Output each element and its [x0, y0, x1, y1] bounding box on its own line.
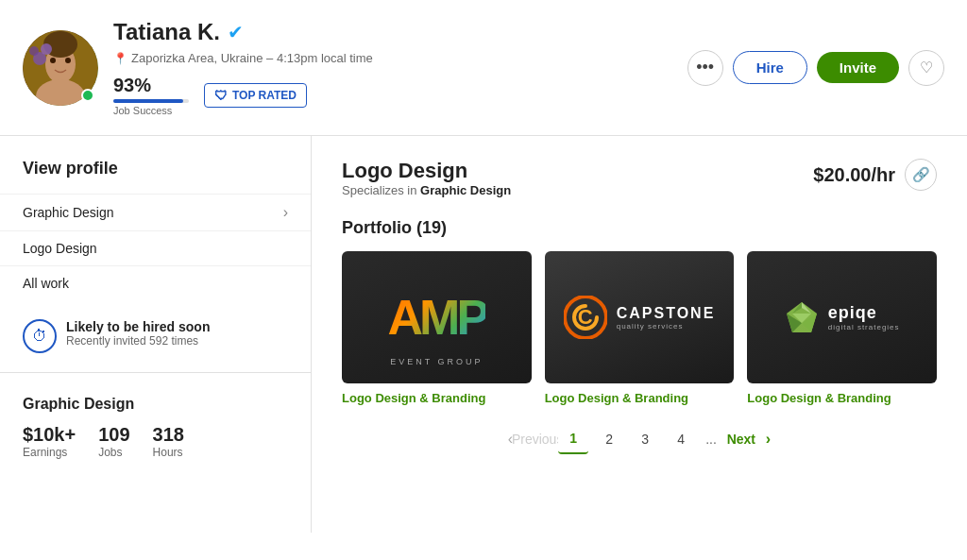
capstone-circle: C — [564, 296, 607, 339]
capstone-text: CAPSTONE quality services — [617, 305, 716, 331]
sidebar-item-logo-design[interactable]: Logo Design — [0, 230, 311, 265]
earnings-value: $10k+ — [23, 424, 76, 446]
pagination: ‹ Previous 1 2 3 4 ... Next › — [342, 424, 937, 454]
share-link-button[interactable]: 🔗 — [905, 159, 937, 191]
verified-icon: ✔ — [228, 21, 244, 43]
hourly-rate: $20.00/hr — [813, 164, 895, 186]
capstone-c-letter: C — [578, 305, 593, 330]
jobs-label: Jobs — [98, 446, 129, 459]
profile-info: Tatiana K. ✔ 📍 Zaporizka Area, Ukraine –… — [113, 19, 672, 116]
sidebar-item-label: Graphic Design — [23, 205, 114, 220]
success-label: Job Success — [113, 105, 189, 116]
svg-point-3 — [50, 58, 56, 63]
svg-point-7 — [29, 46, 39, 56]
favorite-button[interactable]: ♡ — [908, 50, 944, 86]
sidebar-item-label: Logo Design — [23, 241, 97, 256]
stat-earnings: $10k+ Earnings — [23, 424, 76, 459]
invite-button[interactable]: Invite — [817, 52, 899, 83]
sidebar-title: View profile — [0, 159, 311, 194]
jobs-value: 109 — [98, 424, 129, 446]
epiqe-text: epiqe digital strategies — [828, 303, 900, 331]
success-percentage: 93% — [113, 75, 189, 96]
portfolio-thumb-2: C CAPSTONE quality services — [545, 251, 735, 383]
progress-fill — [113, 99, 183, 103]
logo-capstone: C CAPSTONE quality services — [545, 251, 735, 383]
portfolio-item-1[interactable]: AMP EVENT GROUP Logo Design & Branding — [342, 251, 532, 405]
hours-label: Hours — [153, 446, 184, 459]
sidebar-stats: $10k+ Earnings 109 Jobs 318 Hours — [0, 420, 311, 463]
portfolio-item-label-1: Logo Design & Branding — [342, 391, 532, 405]
portfolio-item-3[interactable]: epiqe digital strategies Logo Design & B… — [747, 251, 937, 405]
portfolio-item-label-3: Logo Design & Branding — [747, 391, 937, 405]
specializes-row: Specializes in Graphic Design — [342, 183, 511, 197]
sidebar-item-all-work[interactable]: All work — [0, 265, 311, 300]
sidebar: View profile Graphic Design › Logo Desig… — [0, 136, 312, 533]
sidebar-item-label: All work — [23, 276, 69, 291]
profile-header: Tatiana K. ✔ 📍 Zaporizka Area, Ukraine –… — [0, 0, 967, 136]
sidebar-category: Graphic Design — [0, 381, 311, 420]
hire-soon-text: Likely to be hired soon Recently invited… — [66, 319, 210, 348]
logo-epiqe: epiqe digital strategies — [747, 251, 937, 383]
more-button[interactable]: ••• — [687, 50, 723, 86]
amp-sub: EVENT GROUP — [390, 357, 483, 366]
content-header: Logo Design Specializes in Graphic Desig… — [342, 159, 937, 212]
rate-row: $20.00/hr 🔗 — [813, 159, 937, 191]
hire-soon-icon: ⏱ — [23, 319, 57, 353]
capstone-sub: quality services — [617, 322, 716, 331]
top-rated-badge: 🛡 TOP RATED — [204, 83, 307, 108]
logo-amp: AMP EVENT GROUP — [342, 251, 532, 383]
stat-hours: 318 Hours — [153, 424, 184, 459]
earnings-label: Earnings — [23, 446, 76, 459]
name-row: Tatiana K. ✔ — [113, 19, 672, 45]
page-2-button[interactable]: 2 — [594, 424, 624, 454]
stats-row: 93% Job Success 🛡 TOP RATED — [113, 75, 672, 116]
amp-letters: AMP — [388, 289, 486, 346]
hours-value: 318 — [153, 424, 184, 446]
prev-label: Previous — [522, 424, 552, 454]
profile-name: Tatiana K. — [113, 19, 220, 45]
hire-button[interactable]: Hire — [733, 51, 807, 84]
next-page-button[interactable]: › — [762, 427, 774, 451]
svg-point-8 — [41, 43, 52, 55]
top-rated-label: TOP RATED — [232, 89, 297, 102]
page-3-button[interactable]: 3 — [630, 424, 660, 454]
location-text: Zaporizka Area, Ukraine – 4:13pm local t… — [131, 51, 373, 65]
next-label: Next — [726, 424, 756, 454]
epiqe-sub: digital strategies — [828, 323, 900, 331]
main-layout: View profile Graphic Design › Logo Desig… — [0, 136, 967, 533]
capstone-name: CAPSTONE — [617, 305, 716, 322]
portfolio-thumb-3: epiqe digital strategies — [747, 251, 937, 383]
service-title: Logo Design — [342, 159, 511, 183]
avatar-wrap — [23, 30, 98, 106]
header-actions: ••• Hire Invite ♡ — [687, 50, 944, 86]
hire-soon-box: ⏱ Likely to be hired soon Recently invit… — [23, 319, 288, 353]
portfolio-thumb-1: AMP EVENT GROUP — [342, 251, 532, 383]
service-info: Logo Design Specializes in Graphic Desig… — [342, 159, 511, 212]
portfolio-grid: AMP EVENT GROUP Logo Design & Branding — [342, 251, 937, 405]
portfolio-title: Portfolio (19) — [342, 218, 937, 238]
location-row: 📍 Zaporizka Area, Ukraine – 4:13pm local… — [113, 51, 672, 65]
svg-point-4 — [65, 58, 71, 63]
hire-soon-title: Likely to be hired soon — [66, 319, 210, 334]
hire-soon-subtitle: Recently invited 592 times — [66, 334, 210, 348]
specializes-subject: Graphic Design — [420, 183, 511, 197]
page-4-button[interactable]: 4 — [666, 424, 696, 454]
portfolio-item-2[interactable]: C CAPSTONE quality services Logo Design … — [545, 251, 735, 405]
specializes-prefix: Specializes in — [342, 183, 420, 197]
epiqe-name: epiqe — [828, 303, 900, 323]
shield-icon: 🛡 — [214, 88, 228, 103]
page-1-button[interactable]: 1 — [558, 424, 588, 454]
sidebar-divider — [0, 372, 311, 373]
location-pin-icon: 📍 — [113, 52, 127, 65]
progress-bar — [113, 99, 189, 103]
online-indicator — [81, 89, 94, 102]
stat-jobs: 109 Jobs — [98, 424, 129, 459]
pagination-dots: ... — [702, 432, 721, 447]
portfolio-item-label-2: Logo Design & Branding — [545, 391, 735, 405]
chevron-right-icon: › — [283, 204, 288, 221]
content-area: Logo Design Specializes in Graphic Desig… — [312, 136, 967, 533]
sidebar-item-graphic-design[interactable]: Graphic Design › — [0, 194, 311, 230]
epiqe-gem — [785, 300, 819, 334]
job-success: 93% Job Success — [113, 75, 189, 116]
